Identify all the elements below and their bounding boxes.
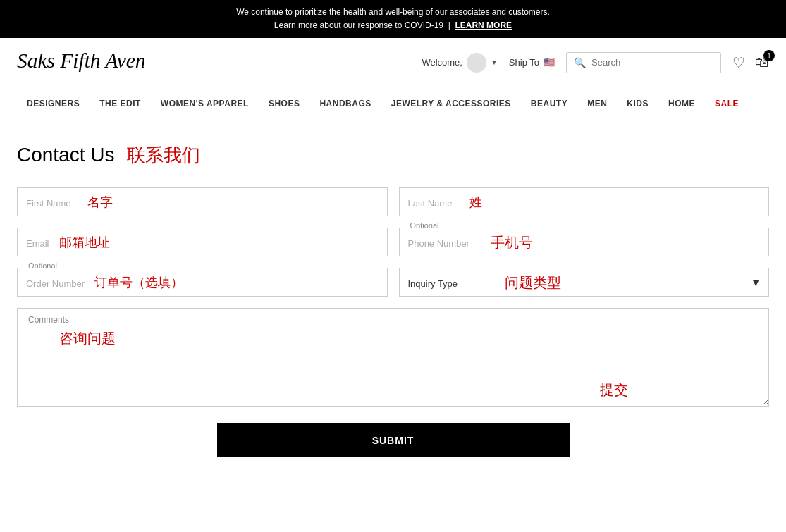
submit-row: SUBMIT xyxy=(17,423,769,457)
svg-text:Saks Fifth Avenue: Saks Fifth Avenue xyxy=(17,49,144,72)
nav-handbags[interactable]: HANDBAGS xyxy=(309,87,381,120)
contact-form: 名字 姓 邮箱地址 Optional xyxy=(17,187,769,457)
search-box: 🔍 xyxy=(566,52,721,73)
last-name-group: 姓 xyxy=(399,187,770,216)
banner-line1: We continue to prioritize the health and… xyxy=(11,6,775,19)
nav-shoes[interactable]: SHOES xyxy=(259,87,310,120)
comments-group: Comments 咨询问题 提交 xyxy=(17,308,769,409)
main-content: Contact Us 联系我们 名字 姓 xyxy=(0,120,786,485)
inquiry-select[interactable]: Inquiry Type General Inquiry Order Issue… xyxy=(399,268,770,297)
header: Saks Fifth Avenue Welcome, ▼ Ship To 🇺🇸 … xyxy=(0,38,786,87)
order-input[interactable] xyxy=(17,268,388,297)
form-row-1: 名字 姓 xyxy=(17,187,769,216)
form-row-3: Optional 订单号（选填） Inquiry Type General In… xyxy=(17,268,769,297)
phone-input[interactable] xyxy=(399,228,770,256)
first-name-group: 名字 xyxy=(17,187,388,216)
learn-more-link[interactable]: LEARN MORE xyxy=(455,20,512,30)
top-banner: We continue to prioritize the health and… xyxy=(0,0,786,38)
inquiry-group: Inquiry Type General Inquiry Order Issue… xyxy=(399,268,770,297)
nav-men[interactable]: MEN xyxy=(577,87,617,120)
welcome-text: Welcome, xyxy=(422,57,462,68)
welcome-area[interactable]: Welcome, ▼ xyxy=(422,53,497,73)
cart-badge: 1 xyxy=(763,50,775,61)
form-row-comments: Comments 咨询问题 提交 xyxy=(17,308,769,409)
comments-textarea[interactable] xyxy=(17,308,769,407)
email-group: 邮箱地址 xyxy=(17,228,388,256)
cart-icon[interactable]: 🛍 1 xyxy=(755,54,769,70)
header-right: Welcome, ▼ Ship To 🇺🇸 🔍 ♡ 🛍 1 xyxy=(422,52,769,73)
search-icon: 🔍 xyxy=(574,57,586,68)
submit-button[interactable]: SUBMIT xyxy=(217,423,570,457)
header-icons: ♡ 🛍 1 xyxy=(732,54,769,71)
nav-womens-apparel[interactable]: WOMEN'S APPAREL xyxy=(151,87,259,120)
nav-beauty[interactable]: BEAUTY xyxy=(521,87,577,120)
nav-the-edit[interactable]: THE EDIT xyxy=(90,87,151,120)
ship-to-label: Ship To xyxy=(509,57,539,68)
form-row-2: 邮箱地址 Optional 手机号 xyxy=(17,228,769,256)
ship-to-area[interactable]: Ship To 🇺🇸 xyxy=(509,57,555,68)
page-title: Contact Us 联系我们 xyxy=(17,143,769,168)
order-group: Optional 订单号（选填） xyxy=(17,268,388,297)
phone-group: Optional 手机号 xyxy=(399,228,770,256)
last-name-input[interactable] xyxy=(399,187,770,216)
banner-line2: Learn more about our response to COVID-1… xyxy=(11,19,775,32)
first-name-input[interactable] xyxy=(17,187,388,216)
us-flag-icon: 🇺🇸 xyxy=(544,57,555,68)
email-input[interactable] xyxy=(17,228,388,256)
avatar xyxy=(467,53,486,73)
wishlist-icon[interactable]: ♡ xyxy=(732,54,745,71)
nav-jewelry[interactable]: JEWELRY & ACCESSORIES xyxy=(381,87,521,120)
search-input[interactable] xyxy=(591,57,713,68)
comments-label: Comments xyxy=(25,315,72,325)
logo[interactable]: Saks Fifth Avenue xyxy=(17,44,144,81)
nav-sale[interactable]: SALE xyxy=(705,87,749,120)
page-title-chinese: 联系我们 xyxy=(127,144,200,166)
chevron-down-icon: ▼ xyxy=(491,58,498,66)
main-nav: DESIGNERS THE EDIT WOMEN'S APPAREL SHOES… xyxy=(0,87,786,120)
nav-designers[interactable]: DESIGNERS xyxy=(17,87,90,120)
nav-kids[interactable]: KIDS xyxy=(617,87,658,120)
nav-home[interactable]: HOME xyxy=(658,87,705,120)
